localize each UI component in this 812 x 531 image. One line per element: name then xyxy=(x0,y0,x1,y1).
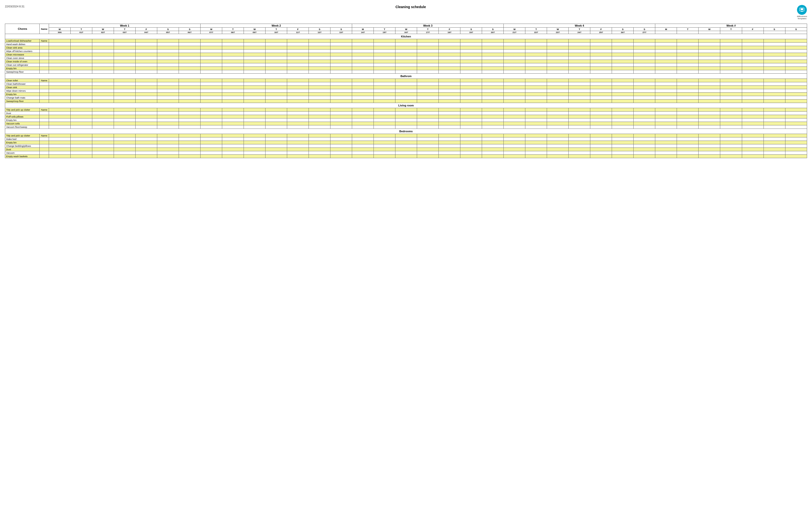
day-cell[interactable] xyxy=(374,46,395,50)
day-cell[interactable] xyxy=(352,56,374,60)
day-cell[interactable] xyxy=(482,99,504,103)
day-cell[interactable] xyxy=(655,122,677,125)
day-cell[interactable] xyxy=(222,39,244,43)
day-cell[interactable] xyxy=(634,155,655,158)
day-cell[interactable] xyxy=(374,122,395,125)
day-cell[interactable] xyxy=(92,63,114,67)
day-cell[interactable] xyxy=(720,151,742,155)
day-cell[interactable] xyxy=(547,134,569,137)
day-cell[interactable] xyxy=(395,82,417,86)
day-cell[interactable] xyxy=(612,93,634,96)
day-cell[interactable] xyxy=(287,115,309,118)
day-cell[interactable] xyxy=(49,93,71,96)
day-cell[interactable] xyxy=(71,115,92,118)
day-cell[interactable] xyxy=(785,137,807,141)
day-cell[interactable] xyxy=(504,70,525,74)
day-cell[interactable] xyxy=(179,86,201,89)
day-cell[interactable] xyxy=(720,125,742,129)
day-cell[interactable] xyxy=(135,112,157,115)
day-cell[interactable] xyxy=(742,46,764,50)
day-cell[interactable] xyxy=(460,86,482,89)
day-cell[interactable] xyxy=(590,141,612,144)
day-cell[interactable] xyxy=(92,93,114,96)
day-cell[interactable] xyxy=(157,108,179,112)
day-cell[interactable] xyxy=(201,96,222,99)
day-cell[interactable] xyxy=(742,144,764,148)
day-cell[interactable] xyxy=(92,89,114,93)
day-cell[interactable] xyxy=(395,86,417,89)
day-cell[interactable] xyxy=(374,99,395,103)
day-cell[interactable] xyxy=(742,134,764,137)
day-cell[interactable] xyxy=(612,63,634,67)
day-cell[interactable] xyxy=(439,50,460,53)
day-cell[interactable] xyxy=(482,56,504,60)
day-cell[interactable] xyxy=(634,96,655,99)
day-cell[interactable] xyxy=(525,155,547,158)
day-cell[interactable] xyxy=(525,60,547,63)
day-cell[interactable] xyxy=(417,108,439,112)
day-cell[interactable] xyxy=(114,46,135,50)
day-cell[interactable] xyxy=(764,43,785,46)
day-cell[interactable] xyxy=(114,112,135,115)
day-cell[interactable] xyxy=(157,82,179,86)
day-cell[interactable] xyxy=(374,60,395,63)
day-cell[interactable] xyxy=(352,134,374,137)
day-cell[interactable] xyxy=(157,79,179,82)
day-cell[interactable] xyxy=(720,93,742,96)
day-cell[interactable] xyxy=(439,60,460,63)
day-cell[interactable] xyxy=(222,86,244,89)
day-cell[interactable] xyxy=(612,46,634,50)
day-cell[interactable] xyxy=(287,137,309,141)
day-cell[interactable] xyxy=(460,82,482,86)
day-cell[interactable] xyxy=(590,137,612,141)
day-cell[interactable] xyxy=(634,43,655,46)
day-cell[interactable] xyxy=(482,112,504,115)
day-cell[interactable] xyxy=(287,134,309,137)
day-cell[interactable] xyxy=(655,115,677,118)
day-cell[interactable] xyxy=(49,134,71,137)
day-cell[interactable] xyxy=(634,125,655,129)
day-cell[interactable] xyxy=(590,70,612,74)
day-cell[interactable] xyxy=(92,79,114,82)
day-cell[interactable] xyxy=(244,50,265,53)
day-cell[interactable] xyxy=(114,134,135,137)
day-cell[interactable] xyxy=(482,141,504,144)
day-cell[interactable] xyxy=(92,43,114,46)
day-cell[interactable] xyxy=(352,108,374,112)
day-cell[interactable] xyxy=(309,89,331,93)
day-cell[interactable] xyxy=(742,112,764,115)
day-cell[interactable] xyxy=(179,46,201,50)
day-cell[interactable] xyxy=(287,118,309,122)
day-cell[interactable] xyxy=(720,63,742,67)
day-cell[interactable] xyxy=(265,60,287,63)
day-cell[interactable] xyxy=(135,39,157,43)
day-cell[interactable] xyxy=(439,43,460,46)
day-cell[interactable] xyxy=(655,99,677,103)
day-cell[interactable] xyxy=(309,86,331,89)
day-cell[interactable] xyxy=(569,86,590,89)
day-cell[interactable] xyxy=(417,125,439,129)
day-cell[interactable] xyxy=(504,82,525,86)
day-cell[interactable] xyxy=(482,53,504,56)
day-cell[interactable] xyxy=(352,39,374,43)
day-cell[interactable] xyxy=(114,99,135,103)
day-cell[interactable] xyxy=(699,79,720,82)
day-cell[interactable] xyxy=(92,99,114,103)
day-cell[interactable] xyxy=(92,39,114,43)
day-cell[interactable] xyxy=(699,93,720,96)
day-cell[interactable] xyxy=(742,39,764,43)
day-cell[interactable] xyxy=(764,118,785,122)
day-cell[interactable] xyxy=(655,50,677,53)
day-cell[interactable] xyxy=(764,112,785,115)
day-cell[interactable] xyxy=(352,148,374,151)
day-cell[interactable] xyxy=(720,79,742,82)
day-cell[interactable] xyxy=(547,144,569,148)
day-cell[interactable] xyxy=(222,89,244,93)
day-cell[interactable] xyxy=(612,99,634,103)
day-cell[interactable] xyxy=(92,86,114,89)
day-cell[interactable] xyxy=(569,112,590,115)
day-cell[interactable] xyxy=(331,151,352,155)
day-cell[interactable] xyxy=(179,82,201,86)
day-cell[interactable] xyxy=(634,70,655,74)
day-cell[interactable] xyxy=(612,96,634,99)
